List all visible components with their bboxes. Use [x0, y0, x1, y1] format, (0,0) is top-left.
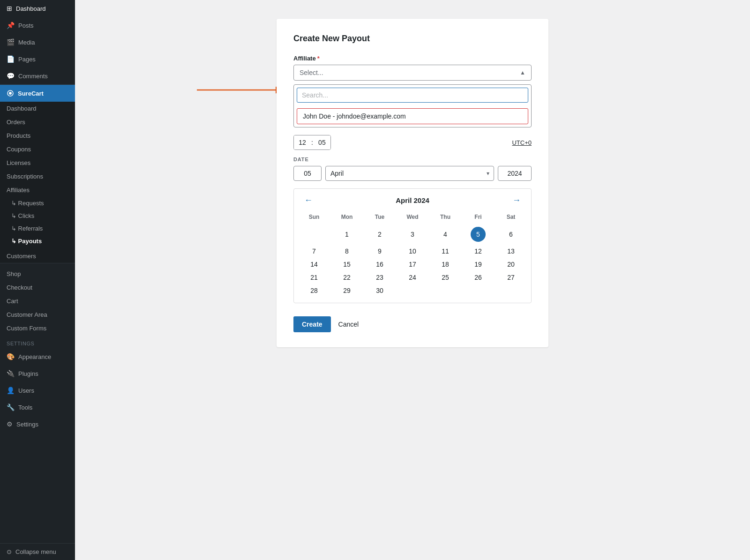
form-footer: Create Cancel	[293, 316, 532, 332]
date-month-select[interactable]: JanuaryFebruaryMarch AprilMayJune JulyAu…	[325, 166, 494, 181]
sidebar-item-tools[interactable]: 🔧 Tools	[0, 399, 75, 416]
sidebar-item-dashboard-top[interactable]: ⊞ Dashboard	[0, 0, 75, 17]
cancel-button[interactable]: Cancel	[337, 316, 361, 332]
collapse-menu-button[interactable]: ⊙ Collapse menu	[0, 543, 75, 560]
calendar-day-cell[interactable]: 14	[298, 258, 330, 271]
sidebar-item-sc-clicks[interactable]: ↳ Clicks	[0, 209, 75, 222]
calendar-day-cell[interactable]: 1	[330, 224, 363, 245]
sidebar-item-sc-coupons[interactable]: Coupons	[0, 142, 75, 156]
surecart-label: SureCart	[18, 90, 44, 97]
time-hour-input[interactable]	[294, 135, 311, 149]
sidebar-item-settings[interactable]: ⚙ Settings	[0, 416, 75, 433]
sidebar-item-label: Appearance	[18, 353, 51, 360]
calendar-next-button[interactable]: →	[510, 194, 524, 206]
calendar-day-cell	[462, 284, 495, 297]
calendar-day-cell[interactable]: 21	[298, 271, 330, 284]
sidebar-item-appearance[interactable]: 🎨 Appearance	[0, 348, 75, 365]
sidebar-item-sc-dashboard[interactable]: Dashboard	[0, 102, 75, 115]
calendar-day-cell[interactable]: 27	[495, 271, 527, 284]
sidebar-item-sc-products[interactable]: Products	[0, 129, 75, 142]
tools-icon: 🔧	[7, 403, 15, 411]
posts-icon: 📌	[7, 22, 15, 29]
calendar-day-cell[interactable]: 20	[495, 258, 527, 271]
calendar-day-cell[interactable]: 5	[462, 224, 495, 245]
calendar-grid: Sun Mon Tue Wed Thu Fri Sat 123456789101…	[298, 212, 527, 297]
calendar-day-cell[interactable]: 26	[462, 271, 495, 284]
sidebar-item-checkout[interactable]: Checkout	[0, 281, 75, 294]
calendar-day-cell[interactable]: 2	[363, 224, 396, 245]
calendar-day-cell[interactable]: 3	[396, 224, 429, 245]
calendar-day-cell[interactable]: 30	[363, 284, 396, 297]
sidebar-item-shop[interactable]: Shop	[0, 267, 75, 281]
calendar-day-cell[interactable]: 22	[330, 271, 363, 284]
calendar-week-row: 21222324252627	[298, 271, 527, 284]
media-icon: 🎬	[7, 38, 15, 46]
calendar-day-cell	[495, 284, 527, 297]
calendar-day-cell[interactable]: 12	[462, 245, 495, 258]
affiliate-dropdown: John Doe - johndoe@example.com	[293, 84, 532, 127]
sidebar-item-cart[interactable]: Cart	[0, 294, 75, 308]
sidebar-item-label: Comments	[18, 73, 48, 80]
select-placeholder: Select...	[300, 69, 323, 76]
sidebar-item-custom-forms[interactable]: Custom Forms	[0, 321, 75, 335]
calendar-day-cell[interactable]: 25	[429, 271, 462, 284]
sidebar-item-media[interactable]: 🎬 Media	[0, 34, 75, 51]
calendar-day-cell[interactable]: 6	[495, 224, 527, 245]
calendar-day-cell[interactable]: 23	[363, 271, 396, 284]
calendar-day-cell[interactable]: 7	[298, 245, 330, 258]
affiliate-label: Affiliate *	[293, 55, 532, 62]
sidebar-item-label: Posts	[18, 22, 34, 29]
sidebar-item-sc-subscriptions[interactable]: Subscriptions	[0, 170, 75, 183]
calendar-day-cell	[429, 284, 462, 297]
calendar-day-cell[interactable]: 19	[462, 258, 495, 271]
calendar-day-cell[interactable]: 17	[396, 258, 429, 271]
cal-dow-fri: Fri	[462, 212, 495, 224]
sidebar-item-sc-referrals[interactable]: ↳ Referrals	[0, 222, 75, 235]
sidebar-item-sc-orders[interactable]: Orders	[0, 115, 75, 129]
sidebar-item-comments[interactable]: 💬 Comments	[0, 67, 75, 84]
calendar-day-cell[interactable]: 16	[363, 258, 396, 271]
create-button[interactable]: Create	[293, 316, 331, 332]
date-year-input[interactable]	[498, 166, 532, 181]
sidebar-item-surecart[interactable]: SureCart	[0, 84, 75, 102]
time-input-group: :	[293, 135, 331, 150]
date-day-input[interactable]	[293, 166, 322, 181]
affiliate-search-input[interactable]	[297, 88, 528, 103]
calendar-week-row: 78910111213	[298, 245, 527, 258]
sidebar-item-sc-customers[interactable]: Customers	[0, 249, 75, 263]
dropdown-option-john-doe[interactable]: John Doe - johndoe@example.com	[297, 108, 528, 124]
sidebar-item-plugins[interactable]: 🔌 Plugins	[0, 365, 75, 382]
calendar-day-cell[interactable]: 13	[495, 245, 527, 258]
sidebar-item-sc-affiliates[interactable]: Affiliates	[0, 183, 75, 197]
calendar-week-row: 282930	[298, 284, 527, 297]
time-minute-input[interactable]	[314, 135, 330, 149]
calendar-week-row: 123456	[298, 224, 527, 245]
sidebar-item-sc-payouts[interactable]: ↳ Payouts	[0, 235, 75, 247]
calendar-day-cell[interactable]: 15	[330, 258, 363, 271]
sidebar-item-sc-licenses[interactable]: Licenses	[0, 156, 75, 170]
calendar-header: ← April 2024 →	[298, 194, 527, 206]
sidebar-item-sc-requests[interactable]: ↳ Requests	[0, 197, 75, 209]
sidebar-item-label: Dashboard	[16, 5, 46, 12]
cal-dow-sat: Sat	[495, 212, 527, 224]
sidebar-item-pages[interactable]: 📄 Pages	[0, 51, 75, 67]
calendar-day-cell[interactable]: 11	[429, 245, 462, 258]
affiliate-select[interactable]: Select... ▲	[293, 65, 532, 81]
calendar-prev-button[interactable]: ←	[301, 194, 315, 206]
sidebar: ⊞ Dashboard 📌 Posts 🎬 Media 📄 Pages 💬 Co…	[0, 0, 75, 560]
date-section: DATE JanuaryFebruaryMarch AprilMayJune J…	[293, 157, 532, 303]
sidebar-item-users[interactable]: 👤 Users	[0, 382, 75, 399]
sidebar-item-posts[interactable]: 📌 Posts	[0, 17, 75, 34]
calendar-day-cell[interactable]: 10	[396, 245, 429, 258]
sidebar-item-customer-area[interactable]: Customer Area	[0, 308, 75, 321]
calendar-day-cell[interactable]: 24	[396, 271, 429, 284]
search-wrap	[294, 85, 531, 105]
calendar-day-cell[interactable]: 9	[363, 245, 396, 258]
calendar-day-cell[interactable]: 29	[330, 284, 363, 297]
calendar-day-cell[interactable]: 8	[330, 245, 363, 258]
dashboard-icon: ⊞	[7, 5, 12, 12]
calendar-day-cell[interactable]: 18	[429, 258, 462, 271]
calendar-day-cell[interactable]: 28	[298, 284, 330, 297]
calendar-day-cell[interactable]: 4	[429, 224, 462, 245]
utc-label[interactable]: UTC+0	[512, 139, 532, 146]
